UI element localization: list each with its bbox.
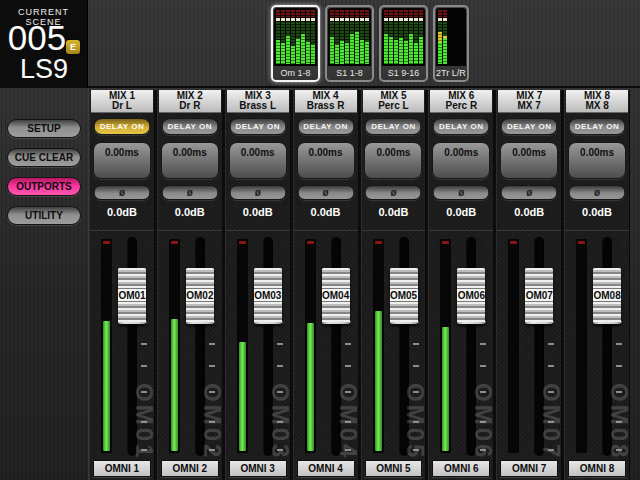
output-port-button[interactable]: OMNI 6: [432, 460, 490, 477]
meter-bar: [399, 10, 403, 64]
channel-name-label: MX 8: [566, 101, 628, 111]
sidebar-button-utility[interactable]: UTILITY: [7, 206, 81, 225]
channel-meter: [101, 239, 112, 453]
phase-button[interactable]: ø: [569, 185, 626, 200]
meter-bar: [276, 10, 280, 64]
channel-name-header[interactable]: MIX 1Dr L: [91, 90, 153, 113]
delay-on-button[interactable]: DELAY ON: [93, 118, 150, 135]
output-port-button[interactable]: OMNI 5: [365, 460, 423, 477]
channel-name-header[interactable]: MIX 4Brass R: [295, 90, 357, 113]
meter-display: [436, 8, 466, 66]
delay-on-button[interactable]: DELAY ON: [161, 118, 218, 135]
delay-time-box[interactable]: 0.00ms: [500, 142, 558, 179]
fader-scale-tick: [345, 365, 351, 367]
delay-time-box[interactable]: 0.00ms: [432, 142, 490, 179]
fader-handle[interactable]: OM07: [525, 268, 553, 324]
channel-name-header[interactable]: MIX 3Brass L: [227, 90, 289, 113]
fader-scale-tick: [548, 365, 554, 367]
meter-block-tab[interactable]: 2Tr L/R: [433, 5, 469, 82]
fader-handle[interactable]: OM01: [118, 268, 146, 324]
delay-on-button[interactable]: DELAY ON: [501, 118, 558, 135]
meter-bar: [414, 10, 418, 64]
fader-handle[interactable]: OM06: [457, 268, 485, 324]
fader-handle-label: OM03: [254, 288, 282, 302]
fader-scale-tick: [277, 421, 283, 423]
output-port-button[interactable]: OMNI 7: [500, 460, 558, 477]
fader-handle[interactable]: OM02: [186, 268, 214, 324]
channel-name-header[interactable]: MIX 5Perc L: [363, 90, 425, 113]
meter-block-tab[interactable]: S1 9-16: [379, 5, 428, 82]
output-port-button[interactable]: OMNI 3: [229, 460, 287, 477]
fader-scale-tick: [209, 365, 215, 367]
delay-time-box[interactable]: 0.00ms: [568, 142, 626, 179]
meter-peak-tick: [442, 241, 449, 244]
delay-time-box[interactable]: 0.00ms: [297, 142, 355, 179]
fader-scale-tick: [413, 391, 419, 393]
meter-peak-tick: [375, 241, 382, 244]
delay-time-box[interactable]: 0.00ms: [364, 142, 422, 179]
output-port-button[interactable]: OMNI 2: [161, 460, 219, 477]
phase-button[interactable]: ø: [93, 185, 150, 200]
fader-scale-tick: [480, 449, 486, 451]
meter-bar: [330, 10, 334, 64]
delay-on-button[interactable]: DELAY ON: [297, 118, 354, 135]
meter-peak-tick: [239, 241, 246, 244]
meter-display: [274, 8, 317, 66]
meter-bar: [443, 10, 447, 64]
meter-bar: [340, 10, 344, 64]
delay-time-box[interactable]: 0.00ms: [229, 142, 287, 179]
delay-on-button[interactable]: DELAY ON: [365, 118, 422, 135]
fader-section: OM05OM05: [362, 230, 426, 460]
fader-handle-label: OM06: [457, 288, 485, 302]
delay-on-button[interactable]: DELAY ON: [229, 118, 286, 135]
meter-bar: [438, 10, 442, 64]
channel-name-header[interactable]: MIX 8MX 8: [566, 90, 628, 113]
channel-name-header[interactable]: MIX 7MX 7: [498, 90, 560, 113]
fader-level-value: 0.0dB: [565, 206, 629, 218]
phase-button[interactable]: ø: [365, 185, 422, 200]
fader-scale-tick: [141, 343, 147, 345]
delay-on-button[interactable]: DELAY ON: [569, 118, 626, 135]
fader-section: OM01OM01: [90, 230, 154, 460]
fader-handle-label: OM02: [186, 288, 214, 302]
meter-tab-label: S1 1-8: [328, 66, 371, 80]
fader-handle[interactable]: OM05: [390, 268, 418, 324]
output-port-button[interactable]: OMNI 1: [93, 460, 151, 477]
fader-scale-tick: [413, 421, 419, 423]
delay-time-box[interactable]: 0.00ms: [93, 142, 151, 179]
delay-time-box[interactable]: 0.00ms: [161, 142, 219, 179]
output-port-button[interactable]: OMNI 8: [568, 460, 626, 477]
phase-button[interactable]: ø: [161, 185, 218, 200]
output-port-button[interactable]: OMNI 4: [297, 460, 355, 477]
fader-scale-tick: [345, 391, 351, 393]
channel-name-header[interactable]: MIX 2Dr R: [159, 90, 221, 113]
sidebar-button-setup[interactable]: SETUP: [7, 119, 81, 138]
fader-level-value: 0.0dB: [497, 206, 561, 218]
fader-handle-label: OM01: [118, 288, 146, 302]
fader-scale-tick: [345, 449, 351, 451]
delay-on-button[interactable]: DELAY ON: [433, 118, 490, 135]
phase-button[interactable]: ø: [501, 185, 558, 200]
fader-level-value: 0.0dB: [429, 206, 493, 218]
phase-button[interactable]: ø: [297, 185, 354, 200]
fader-scale-tick: [209, 343, 215, 345]
channel-strip-7: MIX 7MX 7DELAY ON0.00msø0.0dBOM07OM07OMN…: [496, 90, 562, 480]
meter-peak-tick: [578, 241, 585, 244]
meter-block-tab[interactable]: Om 1-8: [271, 5, 320, 82]
sidebar-button-cue-clear[interactable]: CUE CLEAR: [7, 148, 81, 167]
channel-name-label: Brass L: [227, 101, 289, 111]
phase-button[interactable]: ø: [229, 185, 286, 200]
channel-name-header[interactable]: MIX 6Perc R: [430, 90, 492, 113]
fader-handle[interactable]: OM03: [254, 268, 282, 324]
fader-handle[interactable]: OM08: [593, 268, 621, 324]
sidebar-button-outports[interactable]: OUTPORTS: [7, 177, 81, 196]
meter-block-tab[interactable]: S1 1-8: [325, 5, 374, 82]
phase-button[interactable]: ø: [433, 185, 490, 200]
fader-scale-tick: [480, 343, 486, 345]
fader-scale-tick: [616, 343, 622, 345]
fader-handle[interactable]: OM04: [322, 268, 350, 324]
fader-scale-tick: [548, 449, 554, 451]
fader-section: OM02OM02: [158, 230, 222, 460]
fader-handle-label: OM04: [322, 288, 350, 302]
scene-panel[interactable]: CURRENT SCENE 005 E LS9: [0, 0, 88, 88]
